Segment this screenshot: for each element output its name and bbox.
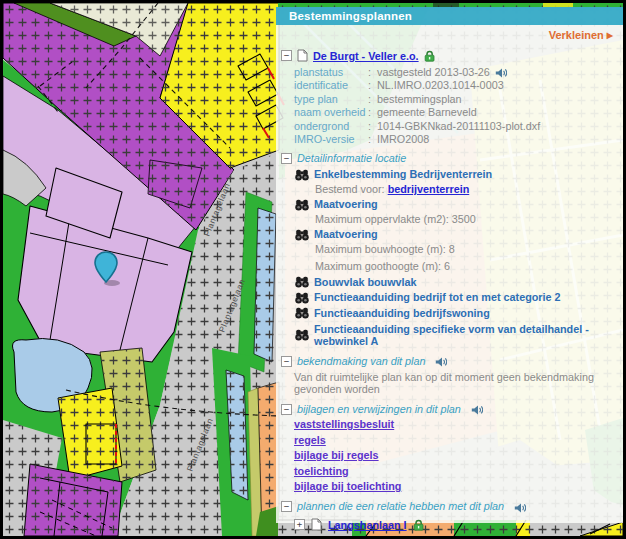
field-identificatie: identificatie:NL.IMRO.0203.1014-0003 <box>294 79 617 91</box>
bestemd-voor-line: Bestemd voor: bedrijventerrein <box>315 183 617 195</box>
binoculars-icon[interactable] <box>295 329 309 341</box>
max-oppervlakte-line: Maximum oppervlakte (m2): 3500 <box>315 213 617 225</box>
lock-icon <box>424 50 435 62</box>
section-relaties: − plannen die een relatie hebben met dit… <box>281 500 617 513</box>
binoculars-icon[interactable] <box>295 292 309 304</box>
speaker-icon[interactable] <box>514 502 526 514</box>
field-planstatus: planstatus:vastgesteld 2013-03-26 <box>294 66 617 78</box>
collapse-arrow-icon: ▶ <box>607 31 613 40</box>
verkleinen-link[interactable]: Verkleinen ▶ <box>549 29 613 41</box>
feature-functieaanduiding-categorie2: Functieaanduiding bedrijf tot en met cat… <box>295 291 617 304</box>
document-icon <box>311 518 322 531</box>
panel-content: − De Burgt - Veller e.o. planstatus:vast… <box>276 49 623 539</box>
lock-icon <box>413 519 424 531</box>
feature-maatvoering-2: Maatvoering <box>295 228 617 241</box>
tree-collapse-box-icon[interactable]: − <box>281 356 292 367</box>
binoculars-icon[interactable] <box>295 229 309 241</box>
section-detailinformatie: − Detailinformatie locatie <box>281 152 617 165</box>
binoculars-icon[interactable] <box>295 307 309 319</box>
link-vaststellingsbesluit[interactable]: vaststellingsbesluit <box>294 418 394 431</box>
binoculars-icon[interactable] <box>295 276 309 288</box>
section-bekendmaking: − bekendmaking van dit plan <box>281 355 617 368</box>
speaker-icon[interactable] <box>471 404 483 416</box>
feature-enkelbestemming: Enkelbestemming Bedrijventerrein <box>295 168 617 181</box>
binoculars-icon[interactable] <box>295 199 309 211</box>
bekendmaking-body: Van dit ruimtelijke plan kan op dit mome… <box>294 371 617 396</box>
app-window: Plantagelaan Plantagelaan Plantagelaan B… <box>0 0 626 539</box>
binoculars-icon[interactable] <box>295 169 309 181</box>
langshanlaan-link[interactable]: Langshanlaan I <box>328 519 407 531</box>
section-bijlagen: − bijlagen en verwijzingen in dit plan <box>281 403 617 416</box>
map-zones <box>3 3 284 536</box>
bedrijventerrein-link[interactable]: bedrijventerrein <box>388 183 470 195</box>
link-bijlage-bij-regels[interactable]: bijlage bij regels <box>294 449 379 462</box>
plan-link[interactable]: De Burgt - Veller e.o. <box>313 50 419 62</box>
panel-title: Bestemmingsplannen <box>289 10 412 22</box>
tree-collapse-box-icon[interactable]: − <box>281 404 292 415</box>
speaker-icon[interactable] <box>495 67 507 79</box>
max-goothoogte-line: Maximum goothoogte (m): 6 <box>315 260 617 272</box>
field-naam-overheid: naam overheid:gemeente Barneveld <box>294 106 617 118</box>
tree-collapse-box-icon[interactable]: − <box>281 50 292 61</box>
feature-functieaanduiding-webwinkel: Functieaanduiding specifieke vorm van de… <box>295 323 617 348</box>
tree-collapse-box-icon[interactable]: − <box>281 153 292 164</box>
link-bijlage-bij-toelichting[interactable]: bijlage bij toelichting <box>294 480 401 493</box>
link-toelichting[interactable]: toelichting <box>294 465 349 478</box>
max-bouwhoogte-line: Maximum bouwhoogte (m): 8 <box>315 243 617 255</box>
related-plan-row: + Langshanlaan I <box>294 518 617 531</box>
tree-expand-box-icon[interactable]: + <box>294 519 305 530</box>
plan-row: − De Burgt - Veller e.o. <box>281 49 617 62</box>
document-icon <box>297 49 308 62</box>
speaker-icon[interactable] <box>435 356 447 368</box>
tree-collapse-box-icon[interactable]: − <box>281 501 292 512</box>
feature-bouwvlak: Bouwvlak bouwvlak <box>295 276 617 289</box>
bestemmingsplannen-panel: Bestemmingsplannen Verkleinen ▶ − De Bur… <box>276 7 623 523</box>
field-ondergrond: ondergrond:1014-GBKNkad-20111103-plot.dx… <box>294 120 617 132</box>
link-regels[interactable]: regels <box>294 434 326 447</box>
field-type-plan: type plan:bestemmingsplan <box>294 93 617 105</box>
panel-header: Bestemmingsplannen <box>276 7 623 25</box>
feature-maatvoering-1: Maatvoering <box>295 198 617 211</box>
field-imro-versie: IMRO-versie:IMRO2008 <box>294 133 617 145</box>
feature-functieaanduiding-bedrijfswoning: Functieaanduiding bedrijfswoning <box>295 307 617 320</box>
